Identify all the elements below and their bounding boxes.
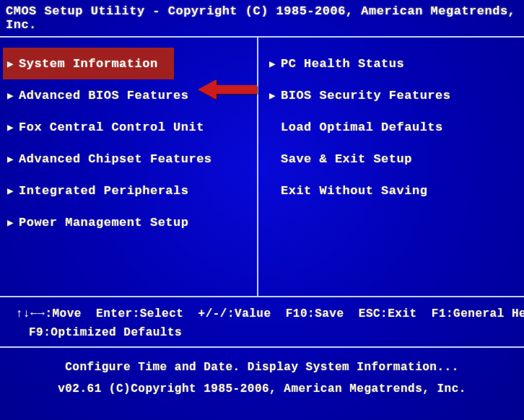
menu-label: BIOS Security Features [281, 89, 450, 102]
bios-screen: CMOS Setup Utility - Copyright (C) 1985-… [0, 0, 524, 420]
menu-label: Advanced Chipset Features [19, 152, 212, 166]
menu-item-advanced-chipset-features[interactable]: ▶ Advanced Chipset Features [3, 143, 262, 175]
help-keys-line2: F9:Optimized Defaults [16, 323, 510, 342]
menu-label: Power Management Setup [19, 216, 188, 229]
submenu-icon: ▶ [7, 58, 17, 70]
help-keys-line1: ↑↓←→:Move Enter:Select +/-/:Value F10:Sa… [16, 305, 510, 323]
menu-col-left: ▶ System Information ▶ Advanced BIOS Fea… [0, 38, 262, 296]
menu-item-save-exit-setup[interactable]: ▶ Save & Exit Setup [265, 143, 524, 175]
menu-item-pc-health-status[interactable]: ▶ PC Health Status [265, 48, 524, 79]
header-title: CMOS Setup Utility - Copyright (C) 1985-… [0, 0, 524, 36]
menu-label: Exit Without Saving [281, 184, 427, 198]
help-bar: ↑↓←→:Move Enter:Select +/-/:Value F10:Sa… [0, 297, 524, 346]
submenu-icon: ▶ [7, 153, 17, 165]
menu-item-system-information[interactable]: ▶ System Information [3, 48, 174, 79]
menu-item-load-optimal-defaults[interactable]: ▶ Load Optimal Defaults [265, 111, 524, 143]
footer-version: v02.61 (C)Copyright 1985-2006, American … [7, 378, 517, 400]
footer-description: Configure Time and Date. Display System … [7, 356, 517, 378]
menu-item-exit-without-saving[interactable]: ▶ Exit Without Saving [265, 175, 524, 206]
submenu-icon: ▶ [7, 216, 17, 229]
submenu-icon: ▶ [7, 185, 17, 197]
footer: Configure Time and Date. Display System … [0, 348, 524, 400]
divider-bottom [0, 346, 524, 348]
menu-label: Save & Exit Setup [281, 152, 412, 166]
menu-label: System Information [19, 57, 158, 71]
menu-item-fox-central-control-unit[interactable]: ▶ Fox Central Control Unit [3, 111, 262, 143]
menu-item-bios-security-features[interactable]: ▶ BIOS Security Features [265, 79, 524, 111]
submenu-icon: ▶ [7, 89, 17, 102]
divider-mid [0, 296, 524, 297]
menu-label: Fox Central Control Unit [19, 121, 204, 134]
main-menu: ▶ System Information ▶ Advanced BIOS Fea… [0, 38, 524, 296]
menu-label: PC Health Status [281, 57, 404, 71]
menu-label: Load Optimal Defaults [281, 121, 443, 134]
submenu-icon: ▶ [269, 89, 279, 102]
submenu-icon: ▶ [269, 58, 279, 70]
menu-item-advanced-bios-features[interactable]: ▶ Advanced BIOS Features [3, 79, 262, 111]
submenu-icon: ▶ [7, 121, 17, 134]
menu-label: Advanced BIOS Features [19, 89, 188, 102]
menu-col-right: ▶ PC Health Status ▶ BIOS Security Featu… [262, 38, 524, 296]
menu-item-power-management-setup[interactable]: ▶ Power Management Setup [3, 206, 262, 238]
menu-item-integrated-peripherals[interactable]: ▶ Integrated Peripherals [3, 175, 262, 206]
menu-label: Integrated Peripherals [19, 184, 188, 198]
